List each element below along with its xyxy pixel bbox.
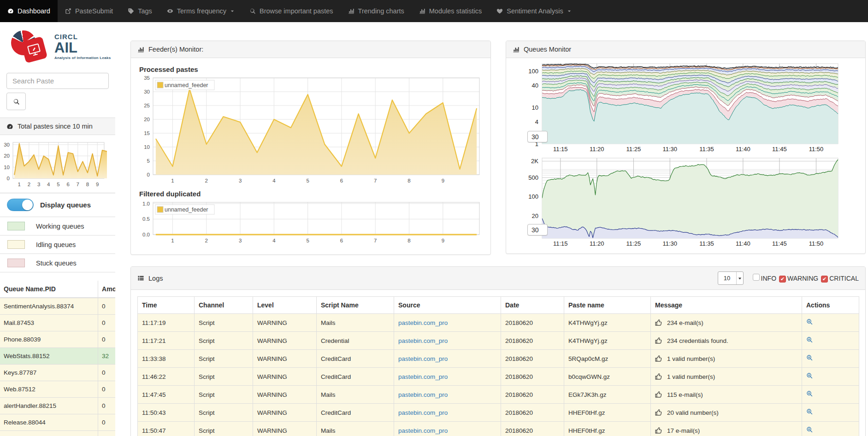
filter-checkbox-info[interactable] xyxy=(753,274,760,281)
svg-text:1: 1 xyxy=(171,238,174,243)
log-source-link[interactable]: pastebin.com_pro xyxy=(398,355,448,362)
logs-col-script-name: Script Name xyxy=(317,297,394,314)
filter-label-warning[interactable]: WARNING xyxy=(787,275,818,282)
nav-item-label: Modules statistics xyxy=(429,7,482,15)
svg-text:9: 9 xyxy=(442,178,444,183)
log-source-link[interactable]: pastebin.com_pro xyxy=(398,427,448,434)
show-paste-button[interactable] xyxy=(806,372,813,379)
log-row: 11:50:47ScriptWARNINGMailspastebin.com_p… xyxy=(138,422,859,436)
svg-text:11:15: 11:15 xyxy=(553,240,568,247)
thumbs-up-icon xyxy=(655,319,662,326)
show-paste-button[interactable] xyxy=(806,336,813,343)
log-source-link[interactable]: pastebin.com_pro xyxy=(398,337,448,344)
log-source-link[interactable]: pastebin.com_pro xyxy=(398,409,448,416)
logs-col-date: Date xyxy=(501,297,564,314)
total-pastes-panel: Total pastes since 10 min 01020301234567… xyxy=(0,118,115,193)
filter-checkbox-critical[interactable]: ✔ xyxy=(821,276,828,283)
filtered-duplicated-title: Filtered duplicated xyxy=(139,190,482,198)
log-row: 11:17:21ScriptWARNINGCredentialpastebin.… xyxy=(138,332,859,350)
logo-subtitle: Analysis of Information Leaks xyxy=(54,56,111,60)
svg-text:0.5: 0.5 xyxy=(142,216,150,222)
log-level: WARNING xyxy=(253,314,317,332)
log-message: 234 credentials found. xyxy=(667,337,728,344)
logo-line2: AIL xyxy=(54,41,111,55)
logs-col-paste-name: Paste name xyxy=(564,297,651,314)
filter-label-critical[interactable]: CRITICAL xyxy=(829,275,859,282)
logs-col-message: Message xyxy=(651,297,802,314)
svg-text:5: 5 xyxy=(57,182,59,187)
svg-text:8: 8 xyxy=(407,178,410,183)
search-icon xyxy=(249,8,256,14)
nav-item-sentiment-analysis[interactable]: Sentiment Analysis xyxy=(489,0,579,22)
logs-col-actions: Actions xyxy=(802,297,859,314)
queues-out-chart[interactable]: 5201005002K11:1511:2011:2511:3011:3511:4… xyxy=(513,156,859,249)
filter-checkbox-warning[interactable]: ✔ xyxy=(779,276,786,283)
svg-text:1.0: 1.0 xyxy=(142,201,150,206)
legend-swatch xyxy=(7,240,25,249)
svg-text:9: 9 xyxy=(442,238,444,243)
log-source-link[interactable]: pastebin.com_pro xyxy=(398,391,448,398)
show-paste-button[interactable] xyxy=(806,426,813,433)
log-date: 20180620 xyxy=(501,386,564,404)
log-paste-name: K4THWgYj.gz xyxy=(564,314,651,332)
queue-amount: 0 xyxy=(98,381,115,398)
time-window-input[interactable]: 30 xyxy=(527,224,548,236)
log-time: 11:17:19 xyxy=(138,314,195,332)
thumbs-up-icon xyxy=(655,391,662,398)
log-date: 20180620 xyxy=(501,404,564,422)
nav-item-modules-statistics[interactable]: Modules statistics xyxy=(412,0,489,22)
processed-pastes-chart: 05101520253035123456789unnamed_feeder xyxy=(139,74,482,188)
thumbs-up-icon xyxy=(655,337,662,344)
queue-amount: 0 xyxy=(98,365,115,381)
log-channel: Script xyxy=(195,332,253,350)
log-message: 20 valid number(s) xyxy=(667,409,719,416)
log-script: CreditCard xyxy=(317,368,394,386)
log-message: 1 valid number(s) xyxy=(667,373,715,380)
filter-label-info[interactable]: INFO xyxy=(761,275,776,282)
show-paste-button[interactable] xyxy=(806,390,813,397)
log-script: Mails xyxy=(317,422,394,436)
log-date: 20180620 xyxy=(501,332,564,350)
page-size-select[interactable]: 10 xyxy=(718,271,744,285)
svg-text:500: 500 xyxy=(528,174,538,181)
queue-col-name: Queue Name.PID xyxy=(0,281,98,298)
log-channel: Script xyxy=(195,368,253,386)
nav-item-pastesubmit[interactable]: PasteSubmit xyxy=(58,0,120,22)
svg-text:3: 3 xyxy=(239,178,242,183)
svg-text:6: 6 xyxy=(340,238,343,243)
log-message: 17 e-mail(s) xyxy=(667,427,700,434)
svg-text:2: 2 xyxy=(205,178,208,183)
log-row: 11:46:22ScriptWARNINGCreditCardpastebin.… xyxy=(138,368,859,386)
display-queues-toggle[interactable] xyxy=(7,199,34,211)
svg-text:10: 10 xyxy=(4,165,10,170)
show-paste-button[interactable] xyxy=(806,354,813,361)
queue-name: Release.88044 xyxy=(0,414,98,431)
nav-item-tags[interactable]: Tags xyxy=(120,0,159,22)
show-paste-button[interactable] xyxy=(806,318,813,325)
nav-item-label: Trending charts xyxy=(358,7,404,15)
queue-name: Web.87512 xyxy=(0,381,98,398)
queue-row-mail-87453: Mail.874530 xyxy=(0,315,115,331)
log-script: Credential xyxy=(317,332,394,350)
svg-text:11:50: 11:50 xyxy=(809,146,824,153)
log-source-link[interactable]: pastebin.com_pro xyxy=(398,373,448,380)
nav-item-label: Terms frequency xyxy=(177,7,226,15)
legend-label: Stuck queues xyxy=(36,259,77,267)
log-channel: Script xyxy=(195,350,253,368)
svg-text:7: 7 xyxy=(374,238,377,243)
queue-row-duplicates-87079: Duplicates.870790 xyxy=(0,431,115,436)
time-window-input[interactable]: 30 xyxy=(527,131,548,142)
search-paste-input[interactable] xyxy=(6,73,109,89)
nav-item-terms-frequency[interactable]: Terms frequency xyxy=(159,0,242,22)
log-row: 11:17:19ScriptWARNINGMailspastebin.com_p… xyxy=(138,314,859,332)
nav-item-browse-important-pastes[interactable]: Browse important pastes xyxy=(242,0,341,22)
log-source-link[interactable]: pastebin.com_pro xyxy=(398,319,448,326)
svg-text:11:40: 11:40 xyxy=(736,146,750,153)
nav-item-trending-charts[interactable]: Trending charts xyxy=(341,0,412,22)
nav-item-dashboard[interactable]: Dashboard xyxy=(0,0,58,22)
nav-item-label: Tags xyxy=(138,7,152,15)
log-message: 234 e-mail(s) xyxy=(667,319,703,326)
queues-in-chart[interactable]: 14104010011:1511:2011:2511:3011:3511:401… xyxy=(513,62,859,154)
search-button[interactable] xyxy=(6,93,26,110)
show-paste-button[interactable] xyxy=(806,408,813,415)
